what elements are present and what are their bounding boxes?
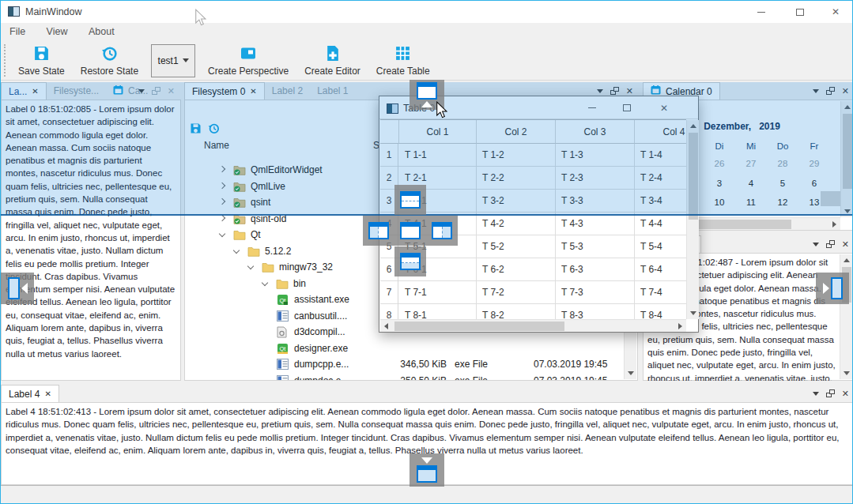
restore-state-button[interactable]: Restore State: [73, 41, 146, 80]
floating-table-window[interactable]: Table 0 ✕ Col 1Col 2Col 3Col 41T 1-1T 1-…: [379, 96, 699, 333]
calendar-day[interactable]: 6: [798, 179, 830, 188]
calendar-day[interactable]: 4: [735, 179, 767, 188]
table-row[interactable]: 2T 2-1T 2-2T 2-3T 2-4: [380, 167, 686, 190]
table-cell[interactable]: T 7-2: [477, 281, 556, 304]
table-column-header[interactable]: Col 1: [399, 120, 477, 144]
calendar-day[interactable]: 30: [830, 159, 840, 168]
table-cell[interactable]: T 1-2: [477, 144, 556, 167]
menu-file[interactable]: File: [1, 23, 34, 37]
table-cell[interactable]: T 8-3: [556, 304, 635, 319]
table-cell[interactable]: T 2-2: [477, 167, 556, 190]
drop-indicator-area-top[interactable]: [394, 185, 426, 215]
table-cell[interactable]: T 2-3: [556, 167, 635, 190]
drop-indicator-container-left[interactable]: [1, 273, 34, 304]
close-icon[interactable]: ✕: [842, 389, 849, 399]
table-column-header[interactable]: Col 3: [556, 120, 635, 144]
tab-label-1[interactable]: Label 1: [310, 82, 355, 100]
dock-menu-icon[interactable]: [813, 89, 819, 96]
table-cell[interactable]: T 6-4: [635, 258, 686, 281]
table-row[interactable]: 8T 8-1T 8-2T 8-3T 8-4: [380, 304, 686, 319]
calendar-day[interactable]: 10: [704, 197, 735, 207]
table-cell[interactable]: T 6-3: [556, 258, 635, 281]
table-cell[interactable]: T 4-4: [635, 213, 686, 235]
table-cell[interactable]: T 5-4: [635, 235, 686, 258]
table-cell[interactable]: T 3-2: [477, 190, 556, 213]
calendar-day[interactable]: 26: [704, 159, 735, 168]
table-row[interactable]: 6T 6-1T 6-2T 6-3T 6-4: [380, 258, 686, 281]
table-minimize-button[interactable]: [579, 96, 606, 119]
table-vscrollbar[interactable]: [686, 120, 699, 319]
table-cell[interactable]: T 3-3: [556, 190, 635, 213]
tab-label-4[interactable]: Label 4 ✕: [1, 385, 59, 402]
table-close-button[interactable]: ✕: [651, 96, 677, 119]
calendar-day[interactable]: 14: [830, 197, 840, 207]
close-button[interactable]: ✕: [822, 1, 849, 23]
tab-label-2[interactable]: Label 2: [265, 82, 310, 100]
calendar-day[interactable]: 3: [704, 179, 735, 188]
table-cell[interactable]: T 6-2: [477, 258, 556, 281]
table-cell[interactable]: T 1-1: [399, 144, 477, 167]
drop-indicator-container-bottom[interactable]: [410, 453, 444, 487]
calendar-day[interactable]: 27: [735, 159, 767, 168]
chevron-down-icon[interactable]: [247, 263, 254, 269]
calendar-day[interactable]: 7: [830, 179, 840, 188]
table-cell[interactable]: T 7-3: [556, 281, 635, 304]
save-state-button[interactable]: Save State: [10, 41, 73, 80]
tree-item[interactable]: dumpdoc.e...250,50 KiBexe File07.03.2019…: [185, 374, 628, 381]
drop-indicator-area-center[interactable]: [394, 216, 426, 246]
drop-indicator-area-left[interactable]: [363, 216, 394, 246]
tab-label-0[interactable]: La... ✕: [1, 82, 47, 100]
table-cell[interactable]: T 8-4: [635, 304, 686, 319]
close-icon[interactable]: ✕: [44, 389, 51, 398]
drop-indicator-container-right[interactable]: [816, 273, 849, 304]
tree-item[interactable]: Qtdesigner.exe: [185, 341, 628, 357]
chevron-right-icon[interactable]: [219, 182, 225, 188]
drop-indicator-area-bottom[interactable]: [394, 246, 426, 276]
table-cell[interactable]: T 4-2: [477, 213, 556, 235]
detach-icon[interactable]: [826, 240, 835, 248]
calendar-day[interactable]: 28: [767, 159, 798, 168]
table-cell[interactable]: T 1-3: [556, 144, 635, 167]
table-cell[interactable]: T 5-2: [477, 235, 556, 258]
chevron-right-icon[interactable]: [219, 198, 225, 205]
table-maximize-button[interactable]: [613, 96, 640, 119]
table-row[interactable]: 1T 1-1T 1-2T 1-3T 1-4: [380, 144, 686, 167]
maximize-button[interactable]: [787, 1, 813, 23]
chevron-down-icon[interactable]: [233, 246, 240, 253]
create-perspective-button[interactable]: Create Perspective: [200, 41, 296, 80]
perspective-combo[interactable]: test1: [151, 44, 195, 77]
calendar-day[interactable]: 5: [767, 179, 798, 188]
table-column-header[interactable]: Col 2: [477, 120, 556, 144]
chevron-right-icon[interactable]: [219, 166, 225, 172]
create-table-button[interactable]: Create Table: [368, 41, 438, 80]
table-cell[interactable]: T 3-4: [635, 190, 686, 213]
tab-filesystem-0[interactable]: Filesystem 0 ✕: [184, 82, 265, 100]
toolbar-grip[interactable]: [4, 44, 9, 77]
detach-icon[interactable]: [152, 87, 160, 95]
table-cell[interactable]: T 8-2: [477, 304, 556, 319]
chevron-down-icon[interactable]: [219, 231, 225, 237]
menu-view[interactable]: View: [38, 23, 77, 37]
table-hscrollbar[interactable]: [380, 319, 686, 332]
menu-about[interactable]: About: [80, 23, 123, 37]
close-icon[interactable]: ✕: [842, 239, 849, 250]
dock-menu-icon[interactable]: [138, 89, 145, 96]
create-editor-button[interactable]: Create Editor: [296, 41, 368, 80]
calendar-day[interactable]: 11: [735, 197, 767, 207]
dock-menu-icon[interactable]: [813, 243, 819, 250]
chevron-down-icon[interactable]: [262, 279, 268, 285]
detach-icon[interactable]: [826, 389, 835, 397]
close-icon[interactable]: ✕: [626, 86, 633, 96]
table-cell[interactable]: T 5-3: [556, 235, 635, 258]
table-row[interactable]: 7T 7-1T 7-2T 7-3T 7-4: [380, 281, 686, 304]
close-icon[interactable]: ✕: [842, 86, 849, 96]
drop-indicator-area-right[interactable]: [426, 216, 458, 246]
table-row[interactable]: 3T 3-1T 3-2T 3-3T 3-4: [380, 190, 686, 213]
table-cell[interactable]: T 8-1: [399, 304, 477, 319]
table-cell[interactable]: T 7-4: [635, 281, 686, 304]
table-cell[interactable]: T 4-3: [556, 213, 635, 235]
tree-item[interactable]: dumpcpp.e...346,50 KiBexe File07.03.2019…: [185, 357, 628, 373]
table-cell[interactable]: T 2-4: [635, 167, 686, 190]
tab-filesystem-1[interactable]: Filesyste...: [47, 82, 106, 100]
chevron-right-icon[interactable]: [219, 214, 225, 220]
